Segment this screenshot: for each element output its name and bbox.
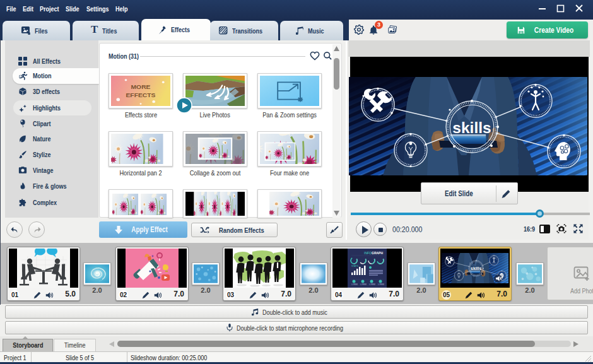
svg-text:LOREM: LOREM xyxy=(360,283,367,286)
svg-text:INFO: INFO xyxy=(364,251,372,255)
svg-text:EFFECTS: EFFECTS xyxy=(126,92,155,98)
svg-text:MORE: MORE xyxy=(131,83,151,90)
svg-text:LOREM: LOREM xyxy=(369,283,376,286)
svg-text:STATS: STATS xyxy=(351,265,358,267)
svg-text:LOREM: LOREM xyxy=(351,283,358,286)
svg-text:GRAPH: GRAPH xyxy=(372,251,383,255)
svg-text:LOREM: LOREM xyxy=(378,283,385,286)
